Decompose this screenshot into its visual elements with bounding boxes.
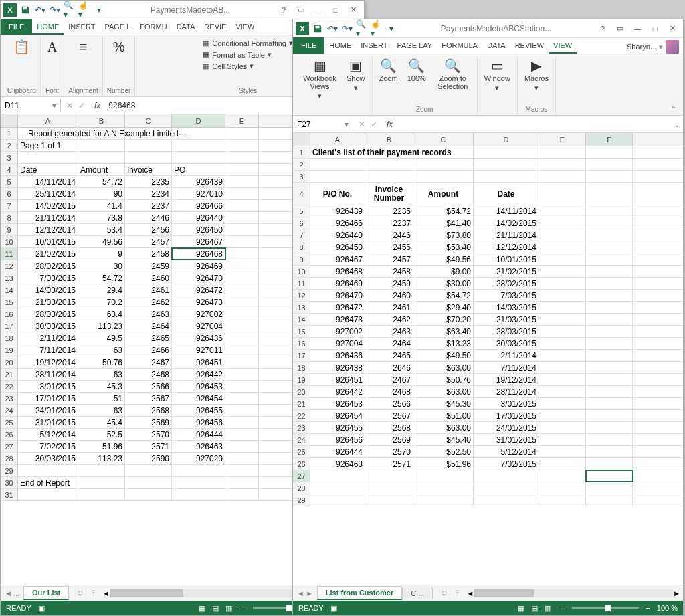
cell[interactable]: 2457 [125,236,172,247]
cell[interactable]: 926466 [172,200,225,211]
cell[interactable]: 63.4 [78,308,125,320]
cell[interactable] [172,140,225,151]
collapse-ribbon-icon[interactable]: ⌃ [666,104,680,115]
cell[interactable]: 73.8 [78,212,125,223]
view-layout-icon[interactable]: ▤ [531,604,538,613]
cell[interactable]: 113.23 [78,453,125,464]
cell[interactable]: 2459 [125,260,172,272]
cell[interactable]: 2467 [365,374,413,385]
minimize-icon[interactable]: — [629,23,646,35]
sheet-nav-prev-icon[interactable]: ◄ [5,589,12,597]
cell[interactable]: 2456 [125,224,172,235]
cell[interactable] [225,417,259,428]
maximize-icon[interactable]: □ [647,23,663,35]
cell[interactable] [586,374,633,385]
ribbon-tab-page l[interactable]: PAGE L [100,20,135,35]
row-header[interactable]: 23 [1,393,18,404]
ribbon-tab-insert[interactable]: INSERT [356,39,392,54]
cell[interactable]: 45.4 [78,417,125,428]
cell[interactable] [586,159,633,170]
cell[interactable]: 2571 [365,458,413,470]
cell[interactable] [225,212,259,223]
row-header[interactable]: 10 [1,236,18,247]
cell[interactable]: 2463 [365,326,413,337]
cell[interactable]: PO [172,164,225,175]
cell[interactable] [586,338,633,349]
row-header[interactable]: 7 [1,200,18,211]
row-header[interactable]: 21 [293,398,310,409]
cell[interactable] [225,248,259,260]
cell[interactable] [225,465,259,476]
view-normal-icon[interactable]: ▦ [518,604,524,613]
close-icon[interactable]: ✕ [664,23,680,35]
cell[interactable]: 2570 [125,429,172,440]
cell[interactable]: 54.72 [78,176,125,187]
workbook-views-button[interactable]: ▦Workbook Views▾ [300,57,340,101]
cell[interactable] [586,241,633,253]
cell[interactable]: $30.00 [413,278,474,289]
cell[interactable]: 2466 [125,344,172,356]
col-header[interactable]: D [172,114,225,127]
cell[interactable]: 3/01/2015 [474,398,539,409]
row-header[interactable]: 13 [293,302,310,313]
cell[interactable]: Client's list of their payment records [310,146,365,158]
view-break-icon[interactable]: ▥ [225,604,232,613]
cell[interactable] [78,152,125,163]
view-layout-icon[interactable]: ▤ [212,604,219,613]
row-header[interactable]: 4 [1,164,18,175]
cell[interactable] [474,171,539,182]
cell[interactable]: 926436 [310,350,365,361]
cell[interactable] [586,302,633,313]
cell[interactable]: $70.20 [413,314,474,325]
cell[interactable]: 17/01/2015 [18,393,78,404]
cell[interactable]: 2461 [125,284,172,296]
cell[interactable]: 63 [78,369,125,380]
cell[interactable] [586,229,633,241]
row-header[interactable]: 25 [1,417,18,428]
help-icon[interactable]: ? [276,4,292,16]
cell[interactable]: 2459 [365,278,413,289]
cell[interactable]: 9 [78,248,125,260]
qat-customize-icon[interactable]: ▾ [93,4,105,16]
cell[interactable] [586,290,633,301]
cell[interactable]: Amount [413,183,474,205]
cell[interactable]: 926466 [310,217,365,229]
cell[interactable] [225,405,259,416]
cell[interactable] [125,477,172,488]
cell[interactable] [172,489,225,500]
macro-record-icon[interactable]: ▣ [330,604,337,613]
cell[interactable] [225,296,259,308]
ribbon-tab-page lay[interactable]: PAGE LAY [392,39,437,54]
cell[interactable] [539,422,586,433]
cell[interactable] [225,188,259,199]
ribbon-tab-formula[interactable]: FORMULA [437,39,482,54]
ribbon-tab-formu[interactable]: FORMU [135,20,171,35]
cell[interactable]: 10/01/2015 [18,236,78,247]
cell[interactable]: 63 [78,405,125,416]
cell[interactable] [539,410,586,421]
row-header[interactable]: 4 [293,183,310,205]
cell[interactable] [586,278,633,289]
cell[interactable] [172,152,225,163]
cell[interactable]: End of Report [18,477,78,488]
cell[interactable] [586,458,633,470]
cell[interactable] [539,278,586,289]
cell[interactable]: P/O No. [310,183,365,205]
cell[interactable]: 21/03/2015 [18,296,78,308]
macro-record-icon[interactable]: ▣ [38,604,45,613]
cell[interactable] [225,441,259,452]
cell[interactable]: 927004 [310,338,365,349]
cell[interactable]: 31/01/2015 [18,417,78,428]
qat-icon-1[interactable]: 🔍▾ [356,23,368,35]
cell[interactable]: 2235 [125,176,172,187]
cell[interactable]: 926450 [310,241,365,253]
cell[interactable]: 7/03/2015 [18,272,78,284]
cell[interactable]: 2235 [365,205,413,217]
row-header[interactable]: 2 [293,159,310,170]
cell[interactable] [539,326,586,337]
cell[interactable]: 2461 [365,302,413,313]
cell[interactable]: 926469 [310,278,365,289]
row-header[interactable]: 18 [1,332,18,344]
cell[interactable]: 926468 [310,266,365,277]
cell[interactable]: Page 1 of 1 [18,140,78,151]
